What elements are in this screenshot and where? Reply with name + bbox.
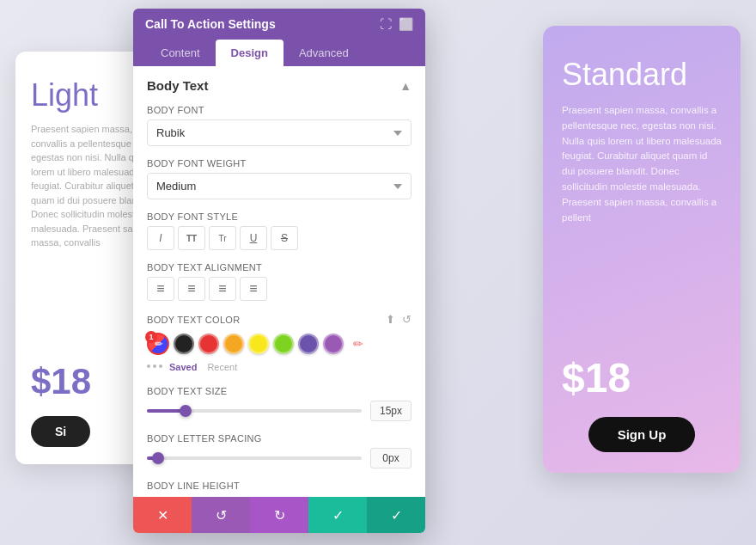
color-swatch-yellow[interactable] [248,334,269,354]
color-swatch-black[interactable] [174,334,194,354]
scene: Light Praesent sapien massa, convallis a… [0,0,756,545]
confirm-button[interactable]: ✓ [308,497,367,533]
body-letter-spacing-thumb[interactable] [152,452,164,464]
color-tab-row: Saved Recent [147,358,412,374]
align-center-button[interactable]: ≡ [178,277,205,301]
card-light-title: Light [31,77,98,113]
body-line-height-group: Body Line Height [147,481,412,491]
body-letter-spacing-slider-row [147,448,412,468]
tab-recent[interactable]: Recent [207,362,237,372]
body-font-style-label: Body Font Style [147,211,412,222]
dot-2 [153,364,156,368]
uppercase-button[interactable]: TT [178,226,205,250]
panel-tabs: Content Design Advanced [133,40,425,66]
color-swatch-orange[interactable] [223,334,244,354]
color-swatch-purple[interactable] [298,334,319,354]
color-row: 1 ✏ ✏ [147,333,412,355]
tab-content[interactable]: Content [145,40,216,66]
reset-button[interactable]: ↺ [192,497,250,533]
style-buttons: I TT Tr U S [147,226,412,250]
card-light-price: $18 [31,361,91,402]
body-text-alignment-group: Body Text Alignment ≡ ≡ ≡ ≡ [147,262,412,301]
color-dots [147,364,162,368]
body-font-weight-select[interactable]: Medium [147,173,412,199]
strikethrough-button[interactable]: S [271,226,298,250]
body-line-height-label: Body Line Height [147,481,412,491]
body-text-size-group: Body Text Size [147,386,412,421]
section-header: Body Text ▲ [147,78,412,93]
tab-design[interactable]: Design [216,40,284,66]
body-text-size-label: Body Text Size [147,386,412,396]
body-letter-spacing-value[interactable] [370,448,412,468]
collapse-icon[interactable]: ⬜ [399,17,413,31]
align-justify-button[interactable]: ≡ [240,277,267,301]
settings-panel: Call To Action Settings ⛶ ⬜ Content Desi… [133,9,425,533]
body-font-weight-group: Body Font Weight Medium [147,158,412,199]
align-left-button[interactable]: ≡ [147,277,174,301]
card-standard-body: Praesent sapien massa, convallis a pelle… [562,103,722,342]
panel-content: Body Text ▲ Body Font Rubik Body Font We… [133,66,425,497]
italic-button[interactable]: I [147,226,174,250]
extra-button[interactable]: ✓ [367,497,425,533]
panel-header: Call To Action Settings ⛶ ⬜ [133,9,425,40]
body-letter-spacing-track[interactable] [147,456,362,460]
color-selected-badge[interactable]: 1 ✏ [147,333,169,355]
color-swatch-red[interactable] [198,334,219,354]
body-letter-spacing-label: Body Letter Spacing [147,433,412,444]
align-buttons: ≡ ≡ ≡ ≡ [147,277,412,301]
body-font-weight-label: Body Font Weight [147,158,412,168]
color-tabs: Saved Recent [169,362,237,372]
body-text-color-group: Body Text Color ⬆ ↺ 1 ✏ ✏ [147,313,412,374]
card-standard-button[interactable]: Sign Up [588,417,696,452]
chevron-up-icon[interactable]: ▲ [399,79,412,93]
body-text-size-thumb[interactable] [180,405,192,417]
fullscreen-icon[interactable]: ⛶ [380,17,392,31]
body-text-size-slider-row [147,401,412,421]
card-standard-price: $18 [562,354,631,401]
color-section-header: Body Text Color ⬆ ↺ [147,313,412,326]
body-font-style-group: Body Font Style I TT Tr U S [147,211,412,250]
cursor-icon[interactable]: ⬆ [386,313,395,326]
card-light-button[interactable]: Si [31,416,90,447]
body-font-label: Body Font [147,105,412,115]
body-text-size-value[interactable] [370,401,412,421]
color-reset-icon[interactable]: ↺ [402,313,412,326]
body-text-color-label: Body Text Color [147,315,379,325]
card-standard-title: Standard [562,57,687,93]
color-swatch-violet[interactable] [323,334,344,354]
align-right-button[interactable]: ≡ [209,277,236,301]
section-title: Body Text [147,78,208,93]
tab-advanced[interactable]: Advanced [284,40,364,66]
color-swatch-green[interactable] [273,334,294,354]
cancel-button[interactable]: ✕ [133,497,192,533]
card-standard: Standard Praesent sapien massa, convalli… [543,26,741,473]
body-font-select[interactable]: Rubik [147,119,412,146]
badge-number: 1 [145,331,157,343]
panel-footer: ✕ ↺ ↻ ✓ ✓ [133,497,425,533]
body-font-group: Body Font Rubik [147,105,412,146]
panel-title: Call To Action Settings [145,17,276,31]
capitalize-button[interactable]: Tr [209,226,236,250]
body-text-alignment-label: Body Text Alignment [147,262,412,272]
tab-saved[interactable]: Saved [169,362,197,372]
dot-1 [147,364,150,368]
panel-header-icons: ⛶ ⬜ [380,17,413,31]
body-letter-spacing-group: Body Letter Spacing [147,433,412,468]
dot-3 [159,364,162,368]
redo-button[interactable]: ↻ [250,497,308,533]
color-pencil-icon[interactable]: ✏ [348,334,369,354]
body-text-size-track[interactable] [147,409,362,413]
underline-button[interactable]: U [240,226,267,250]
